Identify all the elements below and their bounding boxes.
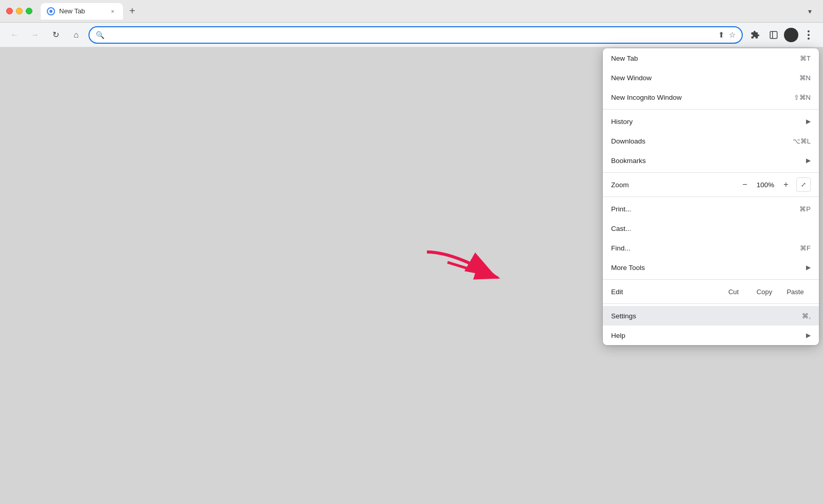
page-content: [0, 47, 494, 503]
divider-1: [603, 109, 819, 110]
svg-point-4: [808, 38, 810, 40]
menu-item-bookmarks[interactable]: Bookmarks ▶: [603, 151, 819, 170]
zoom-controls: − 100% + ⤢: [737, 177, 811, 192]
extensions-button[interactable]: [747, 27, 763, 43]
active-tab[interactable]: New Tab ×: [41, 3, 123, 20]
menu-item-cast[interactable]: Cast...: [603, 219, 819, 238]
cut-button[interactable]: Cut: [718, 284, 749, 299]
svg-point-3: [808, 34, 810, 36]
zoom-in-button[interactable]: +: [778, 177, 794, 192]
tab-title: New Tab: [59, 7, 85, 15]
svg-rect-0: [770, 31, 777, 39]
menu-item-new-window[interactable]: New Window ⌘N: [603, 68, 819, 87]
search-icon: 🔍: [96, 31, 104, 39]
tab-close-button[interactable]: ×: [109, 7, 117, 15]
profile-avatar[interactable]: [784, 28, 798, 42]
edit-row: Edit Cut Copy Paste: [603, 282, 819, 301]
titlebar: New Tab × + ▾: [0, 0, 823, 23]
divider-4: [603, 279, 819, 280]
share-icon[interactable]: ⬆: [718, 30, 725, 40]
zoom-out-button[interactable]: −: [737, 177, 753, 192]
tab-bar: New Tab × +: [41, 3, 798, 20]
reload-button[interactable]: ↻: [47, 27, 64, 43]
sidebar-button[interactable]: [765, 27, 782, 43]
svg-point-2: [808, 30, 810, 32]
menu-item-new-tab[interactable]: New Tab ⌘T: [603, 48, 819, 68]
bookmark-star-icon[interactable]: ☆: [729, 30, 736, 40]
close-button[interactable]: [6, 8, 13, 14]
zoom-fullscreen-button[interactable]: ⤢: [796, 177, 811, 192]
zoom-row: Zoom − 100% + ⤢: [603, 175, 819, 194]
menu-item-downloads[interactable]: Downloads ⌥⌘L: [603, 131, 819, 151]
address-input[interactable]: [109, 31, 714, 39]
zoom-value: 100%: [753, 181, 778, 189]
edit-buttons: Cut Copy Paste: [718, 284, 811, 299]
tab-dropdown-button[interactable]: ▾: [802, 4, 817, 19]
tab-favicon: [47, 7, 55, 15]
new-tab-button[interactable]: +: [125, 4, 139, 19]
back-button[interactable]: ←: [6, 27, 23, 43]
menu-item-find[interactable]: Find... ⌘F: [603, 238, 819, 258]
more-button[interactable]: [800, 27, 817, 43]
menu-item-more-tools[interactable]: More Tools ▶: [603, 258, 819, 277]
toolbar: ← → ↻ ⌂ 🔍 ⬆ ☆: [0, 23, 823, 47]
menu-item-history[interactable]: History ▶: [603, 112, 819, 131]
traffic-lights: [6, 8, 32, 14]
menu-item-print[interactable]: Print... ⌘P: [603, 199, 819, 219]
address-bar[interactable]: 🔍 ⬆ ☆: [88, 26, 743, 44]
menu-item-new-incognito[interactable]: New Incognito Window ⇧⌘N: [603, 87, 819, 107]
divider-5: [603, 303, 819, 304]
home-button[interactable]: ⌂: [68, 27, 84, 43]
menu-item-settings[interactable]: Settings ⌘,: [603, 306, 819, 326]
toolbar-right: [747, 27, 817, 43]
divider-3: [603, 196, 819, 197]
divider-2: [603, 172, 819, 173]
paste-button[interactable]: Paste: [780, 284, 811, 299]
copy-button[interactable]: Copy: [749, 284, 780, 299]
minimize-button[interactable]: [16, 8, 23, 14]
forward-button[interactable]: →: [27, 27, 43, 43]
menu-item-help[interactable]: Help ▶: [603, 326, 819, 345]
maximize-button[interactable]: [26, 8, 32, 14]
context-menu: New Tab ⌘T New Window ⌘N New Incognito W…: [603, 48, 819, 345]
